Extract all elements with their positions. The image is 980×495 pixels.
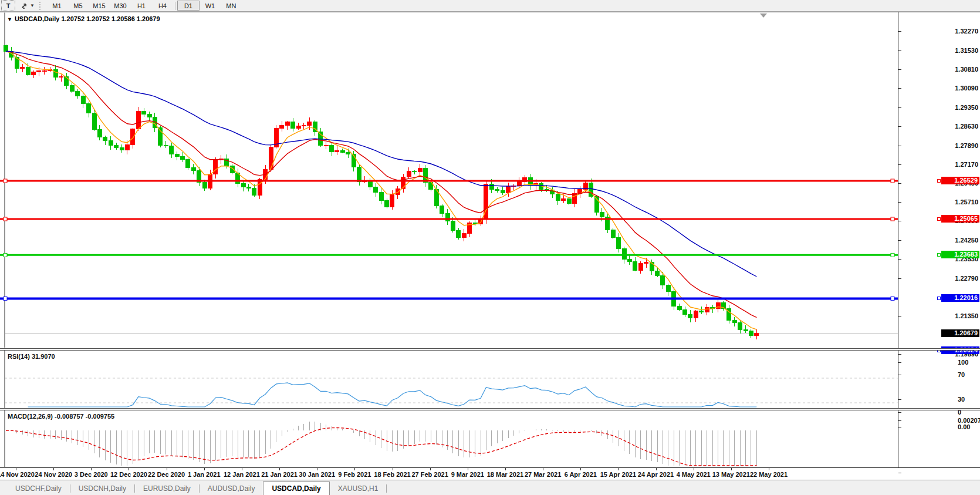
tab-audusd-daily[interactable]: AUDUSD,Daily: [200, 483, 263, 495]
bottom-tabs: USDCHF,DailyUSDCNH,DailyEURUSD,DailyAUDU…: [0, 480, 980, 495]
timeframe-button-h4[interactable]: H4: [152, 1, 173, 11]
tab-separator: [386, 484, 387, 493]
indicator-axis-tick: 70: [958, 371, 965, 378]
price-axis-tick: 1.22790: [955, 275, 978, 282]
axis-tick-mark: [898, 399, 901, 400]
date-axis-label: 1 Jan 2021: [188, 471, 221, 478]
indicator-axis-tick: 30: [958, 396, 965, 403]
rsi-panel-canvas[interactable]: [0, 351, 898, 408]
date-tick-mark: [468, 468, 468, 470]
axis-tick-mark: [898, 126, 901, 127]
axis-tick-mark: [898, 259, 901, 260]
price-axis-tick: 1.25710: [955, 198, 978, 206]
macd-histogram: [6, 422, 756, 466]
axis-tick-mark: [898, 473, 901, 473]
date-axis-label: 13 May 2021: [712, 471, 750, 478]
date-axis-label: 18 Feb 2021: [374, 471, 410, 478]
date-tick-mark: [543, 468, 543, 470]
price-chart-canvas[interactable]: [0, 12, 898, 348]
axis-tick-mark: [898, 362, 901, 363]
candlesticks: [4, 45, 759, 340]
date-axis-label: 6 Apr 2021: [565, 471, 597, 478]
axis-tick-mark: [898, 427, 901, 427]
ma-line-slow: [6, 51, 756, 277]
macd-panel-canvas[interactable]: [0, 410, 898, 467]
date-axis-label: 22 May 2021: [750, 471, 788, 478]
timeframe-button-m5[interactable]: M5: [67, 1, 89, 11]
timeframe-button-d1[interactable]: D1: [177, 1, 200, 11]
axis-tick-mark: [898, 420, 901, 421]
indicator-axis-tick: 0.00: [958, 423, 970, 430]
tab-xauusd-h1[interactable]: XAUUSD,H1: [330, 483, 387, 495]
chart-shift-marker[interactable]: [760, 14, 767, 18]
label-connector-square: [937, 297, 941, 300]
tab-eurusd-daily[interactable]: EURUSD,Daily: [135, 483, 199, 495]
axis-tick-mark: [898, 240, 901, 241]
timeframe-button-h1[interactable]: H1: [131, 1, 152, 11]
date-tick-mark: [694, 468, 694, 470]
panel-splitter[interactable]: [0, 408, 980, 410]
date-tick-mark: [731, 468, 732, 470]
date-tick-mark: [354, 468, 355, 470]
axis-tick-mark: [898, 50, 901, 51]
timeframe-button-w1[interactable]: W1: [200, 1, 221, 11]
date-tick-mark: [430, 468, 431, 470]
indicator-axis-tick: 100: [958, 359, 968, 366]
date-axis[interactable]: 14 Nov 202024 Nov 20203 Dec 202012 Dec 2…: [0, 467, 980, 481]
top-toolbar: T ▼ M1M5M15M30H1H4D1W1MN: [0, 0, 980, 12]
date-tick-mark: [505, 468, 506, 470]
level-price-tag: 1.25065: [941, 215, 979, 223]
date-axis-label: 27 Mar 2021: [525, 471, 561, 478]
timeframe-button-m1[interactable]: M1: [46, 1, 67, 11]
rsi-label: RSI(14) 31.9070: [8, 353, 55, 360]
mt4-window: T ▼ M1M5M15M30H1H4D1W1MN ▼USDCAD,Daily 1…: [0, 0, 980, 495]
date-axis-label: 4 May 2021: [677, 471, 711, 478]
date-axis-label: 21 Jan 2021: [261, 471, 298, 478]
date-axis-label: 24 Apr 2021: [638, 471, 674, 478]
date-tick-mark: [204, 468, 205, 470]
date-tick-mark: [16, 468, 16, 470]
date-tick-mark: [769, 468, 769, 470]
axis-tick-mark: [898, 278, 901, 279]
tab-usdcnh-daily[interactable]: USDCNH,Daily: [70, 483, 134, 495]
date-tick-mark: [317, 468, 317, 470]
axis-tick-mark: [898, 69, 901, 70]
date-axis-label: 24 Nov 2020: [35, 471, 72, 478]
axis-tick-mark: [898, 202, 901, 203]
level-price-tag: 1.26529: [941, 177, 979, 184]
timeframe-button-m15[interactable]: M15: [89, 1, 110, 11]
date-axis-label: 30 Jan 2021: [299, 471, 335, 478]
date-axis-label: 3 Dec 2020: [75, 471, 108, 478]
chart-title: ▼USDCAD,Daily 1.20752 1.20752 1.20586 1.…: [7, 15, 160, 22]
date-axis-label: 12 Jan 2021: [224, 471, 260, 478]
timeframe-button-mn[interactable]: MN: [221, 1, 242, 11]
date-axis-label: 9 Mar 2021: [451, 471, 484, 478]
tab-usdcad-daily[interactable]: USDCAD,Daily: [263, 481, 329, 495]
macd-label: MACD(12,26,9) -0.008757 -0.009755: [8, 413, 114, 420]
label-connector-square: [937, 217, 941, 221]
axis-tick-mark: [898, 31, 901, 32]
symbol-dropdown-icon[interactable]: ▼: [7, 16, 12, 22]
price-axis-tick: 1.28630: [955, 123, 978, 130]
price-axis-tick: 1.27890: [955, 142, 978, 149]
text-tool-button[interactable]: T: [1, 0, 15, 11]
price-axis-tick: 1.32270: [955, 28, 978, 35]
date-axis-label: 15 Apr 2021: [600, 471, 636, 478]
dropdown-caret-icon: ▼: [30, 3, 35, 8]
price-axis-tick: 1.21350: [955, 312, 978, 319]
panel-splitter[interactable]: [0, 348, 980, 351]
date-tick-mark: [393, 468, 393, 470]
timeframe-button-m30[interactable]: M30: [110, 1, 131, 11]
chart-area[interactable]: ▼USDCAD,Daily 1.20752 1.20752 1.20586 1.…: [0, 12, 980, 480]
arrow-tool-button[interactable]: ▼: [19, 1, 36, 11]
date-tick-mark: [279, 468, 280, 470]
level-lines: [0, 179, 898, 348]
date-tick-mark: [91, 468, 92, 470]
date-tick-mark: [242, 468, 242, 470]
tab-usdchf-daily[interactable]: USDCHF,Daily: [7, 483, 70, 495]
date-axis-label: 12 Dec 2020: [110, 471, 147, 478]
price-axis[interactable]: 1.322701.315301.308101.300901.293501.286…: [898, 12, 980, 467]
price-axis-tick: 1.30090: [955, 85, 978, 92]
price-axis-tick: 1.30810: [955, 66, 978, 73]
axis-tick-mark: [898, 316, 901, 316]
